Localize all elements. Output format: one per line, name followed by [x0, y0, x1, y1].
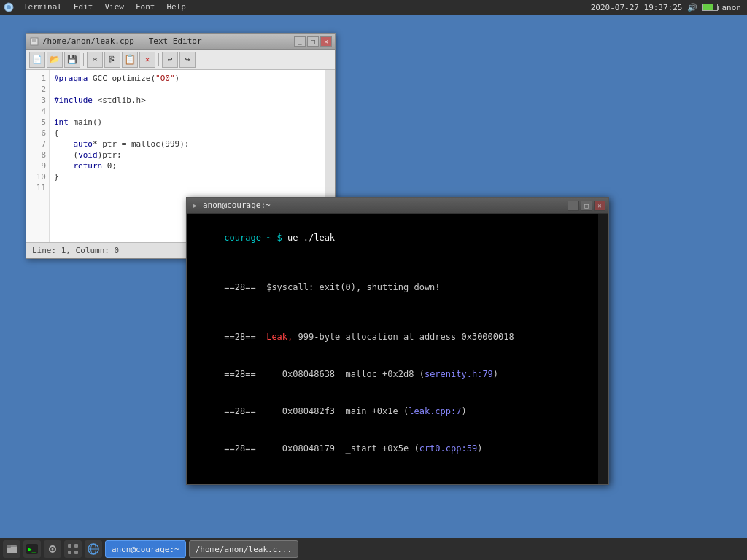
syscall-prefix: ==28==: [224, 282, 266, 292]
terminal-line-blank1: [193, 257, 603, 269]
svg-rect-11: [68, 544, 71, 548]
frame1-suffix: ): [493, 369, 498, 379]
line-num-7: 7: [26, 139, 46, 149]
code-line-3: #include <stdlib.h>: [54, 95, 320, 106]
terminal-line-blank3: [193, 467, 603, 480]
line-num-2: 2: [26, 84, 46, 95]
menu-view[interactable]: View: [98, 0, 130, 15]
taskbar-globe-icon[interactable]: [85, 540, 102, 558]
editor-close-btn[interactable]: ✕: [320, 36, 332, 47]
svg-rect-12: [74, 544, 78, 548]
leak-desc: 999-byte allocation at address 0x3000001…: [293, 332, 514, 342]
frame3-prefix: ==28== 0x08048179 _start +0x5e (: [224, 443, 419, 454]
open-file-btn[interactable]: 📂: [47, 52, 63, 68]
taskbar-btn-terminal[interactable]: anon@courage:~: [105, 540, 186, 558]
frame3-link: crt0.cpp:59: [419, 443, 477, 454]
leak-word: Leak,: [266, 332, 293, 342]
editor-minimize-btn[interactable]: _: [294, 36, 306, 47]
terminal-content[interactable]: courage ~ $ ue ./leak ==28== $syscall: e…: [187, 214, 608, 484]
taskbar-btn-editor[interactable]: /home/anon/leak.c...: [189, 540, 298, 558]
svg-text:▶_: ▶_: [28, 545, 36, 553]
terminal-line-frame2: ==28== 0x080482f3 main +0x1e (leak.cpp:7…: [193, 393, 603, 430]
terminal-line-leak-header: ==28== Leak, 999-byte allocation at addr…: [193, 319, 603, 356]
redo-btn[interactable]: ↪: [179, 52, 196, 68]
menu-terminal[interactable]: Terminal: [18, 0, 68, 15]
cut-btn[interactable]: ✂: [87, 52, 103, 68]
terminal-minimize-btn[interactable]: _: [568, 201, 579, 211]
undo-btn[interactable]: ↩: [162, 52, 178, 68]
line-num-1: 1: [26, 73, 46, 84]
frame2-link: leak.cpp:7: [409, 406, 461, 416]
code-line-7: auto* ptr = malloc(999);: [54, 139, 320, 149]
os-logo: [3, 1, 15, 13]
code-line-5: int main(): [54, 117, 320, 128]
editor-window-controls: _ □ ✕: [294, 36, 332, 47]
terminal-line-cmd: courage ~ $ ue ./leak: [193, 219, 603, 257]
editor-toolbar: 📄 📂 💾 ✂ ⎘ 📋 ✕ ↩ ↪: [26, 50, 335, 70]
code-line-6: {: [54, 128, 320, 139]
line-num-4: 4: [26, 106, 46, 117]
toolbar-sep-2: [158, 53, 159, 66]
terminal-window: ▶ anon@courage:~ _ □ ✕ courage ~ $ ue ./…: [186, 197, 609, 485]
svg-point-1: [7, 5, 11, 9]
line-num-6: 6: [26, 128, 46, 139]
terminal-close-btn[interactable]: ✕: [594, 201, 605, 211]
taskbar-bottom: ▶_ anon@courage:~ /home/anon/leak.c...: [0, 538, 747, 560]
taskbar-top: Terminal Edit View Font Help 2020-07-27 …: [0, 0, 747, 15]
line-num-9: 9: [26, 160, 46, 171]
top-menu-bar: Terminal Edit View Font Help: [0, 0, 192, 15]
frame3-suffix: ): [477, 443, 482, 454]
menu-help[interactable]: Help: [160, 0, 192, 15]
line-num-3: 3: [26, 95, 46, 106]
username: anon: [722, 3, 742, 12]
code-line-9: return 0;: [54, 160, 320, 171]
menu-font[interactable]: Font: [130, 0, 161, 15]
menu-edit[interactable]: Edit: [68, 0, 99, 15]
editor-maximize-btn[interactable]: □: [307, 36, 319, 47]
clock: 2020-07-27 19:37:25: [591, 3, 683, 12]
terminal-title: anon@courage:~: [203, 201, 568, 210]
frame1-link: serenity.h:79: [425, 369, 493, 379]
new-file-btn[interactable]: 📄: [29, 52, 45, 68]
terminal-scrollbar[interactable]: [598, 214, 608, 484]
terminal-line-frame1: ==28== 0x08048638 malloc +0x2d8 (serenit…: [193, 356, 603, 393]
cmd-text: ue ./leak: [287, 233, 335, 243]
terminal-line-frame3: ==28== 0x08048179 _start +0x5e (crt0.cpp…: [193, 430, 603, 467]
save-file-btn[interactable]: 💾: [64, 52, 80, 68]
terminal-line-blank2: [193, 306, 603, 319]
terminal-icon: ▶: [190, 201, 200, 211]
taskbar-files-icon[interactable]: [3, 540, 20, 558]
terminal-line-syscall: ==28== $syscall: exit(0), shutting down!: [193, 269, 603, 306]
syscall-text: $syscall: exit(0), shutting down!: [266, 282, 440, 292]
taskbar-terminal-icon[interactable]: ▶_: [23, 540, 41, 558]
editor-titlebar[interactable]: /home/anon/leak.cpp - Text Editor _ □ ✕: [26, 34, 335, 50]
delete-btn[interactable]: ✕: [139, 52, 155, 68]
editor-title: /home/anon/leak.cpp - Text Editor: [42, 36, 294, 46]
terminal-titlebar[interactable]: ▶ anon@courage:~ _ □ ✕: [187, 198, 608, 214]
line-num-11: 11: [26, 182, 46, 193]
volume-icon: 🔊: [687, 3, 697, 12]
code-line-8: (void)ptr;: [54, 149, 320, 160]
leak-prefix: ==28==: [224, 332, 266, 342]
taskbar-settings-icon[interactable]: [44, 540, 61, 558]
code-line-4: [54, 106, 320, 117]
battery-indicator: [702, 4, 718, 11]
line-num-5: 5: [26, 117, 46, 128]
line-numbers: 1 2 3 4 5 6 7 8 9 10 11: [26, 70, 50, 242]
line-num-8: 8: [26, 149, 46, 160]
code-line-2: [54, 84, 320, 95]
paste-btn[interactable]: 📋: [122, 52, 138, 68]
code-line-10: }: [54, 171, 320, 182]
terminal-controls: _ □ ✕: [568, 201, 605, 211]
taskbar-apps-icon[interactable]: [64, 540, 82, 558]
taskbar-top-right: 2020-07-27 19:37:25 🔊 anon: [591, 3, 747, 12]
toolbar-sep-1: [83, 53, 84, 66]
frame2-suffix: ): [461, 406, 466, 416]
terminal-line-summary: ==28== 1 leak(s) found: 999 byte(s) leak…: [193, 480, 603, 484]
svg-point-10: [52, 548, 54, 551]
terminal-maximize-btn[interactable]: □: [581, 201, 592, 211]
copy-btn[interactable]: ⎘: [104, 52, 120, 68]
editor-status-text: Line: 1, Column: 0: [32, 246, 119, 255]
code-line-1: #pragma GCC optimize("O0"): [54, 73, 320, 84]
svg-rect-6: [7, 545, 11, 548]
